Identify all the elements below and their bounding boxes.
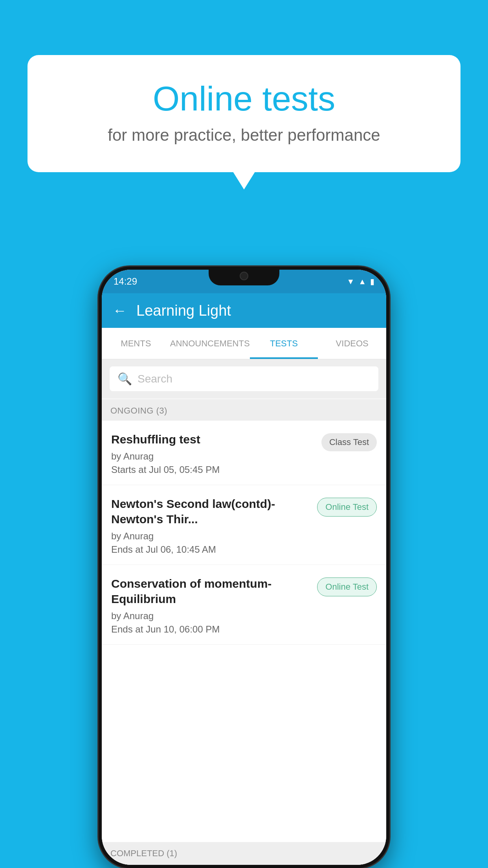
ongoing-label: ONGOING (3)	[110, 406, 167, 416]
completed-label: COMPLETED (1)	[110, 848, 177, 858]
speech-bubble-container: Online tests for more practice, better p…	[28, 55, 460, 172]
test-name-2: Newton's Second law(contd)-Newton's Thir…	[111, 496, 311, 527]
test-by-1: by Anurag	[111, 451, 315, 462]
test-item-reshuffling[interactable]: Reshuffling test by Anurag Starts at Jul…	[102, 421, 386, 485]
search-icon: 🔍	[117, 372, 132, 386]
bubble-title: Online tests	[59, 79, 429, 119]
phone-mockup: 14:29 ← Learning Light MENTS	[99, 267, 389, 868]
test-name-3: Conservation of momentum-Equilibrium	[111, 576, 311, 607]
test-badge-2: Online Test	[317, 498, 377, 517]
app-title: Learning Light	[136, 302, 231, 319]
phone-outer: 14:29 ← Learning Light MENTS	[99, 267, 389, 868]
search-container: 🔍 Search	[102, 359, 386, 398]
phone-screen: 14:29 ← Learning Light MENTS	[102, 270, 386, 865]
back-button[interactable]: ←	[113, 302, 127, 319]
test-date-1: Starts at Jul 05, 05:45 PM	[111, 464, 315, 475]
ongoing-section-header: ONGOING (3)	[102, 399, 386, 422]
tab-videos[interactable]: VIDEOS	[318, 328, 386, 359]
tab-announcements[interactable]: ANNOUNCEMENTS	[170, 328, 250, 359]
status-icons	[347, 276, 374, 287]
bubble-subtitle: for more practice, better performance	[59, 126, 429, 145]
tab-bar: MENTS ANNOUNCEMENTS TESTS VIDEOS	[102, 328, 386, 359]
test-item-content-2: Newton's Second law(contd)-Newton's Thir…	[111, 496, 311, 555]
test-date-2: Ends at Jul 06, 10:45 AM	[111, 544, 311, 555]
signal-icon	[358, 276, 366, 287]
test-by-3: by Anurag	[111, 611, 311, 622]
test-item-conservation[interactable]: Conservation of momentum-Equilibrium by …	[102, 565, 386, 645]
speech-bubble: Online tests for more practice, better p…	[28, 55, 460, 172]
tab-ments[interactable]: MENTS	[102, 328, 170, 359]
test-name-1: Reshuffling test	[111, 432, 315, 447]
phone-notch	[209, 267, 279, 285]
test-item-content-1: Reshuffling test by Anurag Starts at Jul…	[111, 432, 315, 475]
search-placeholder: Search	[138, 373, 172, 385]
app-background: Online tests for more practice, better p…	[0, 0, 488, 868]
test-badge-3: Online Test	[317, 577, 377, 596]
test-date-3: Ends at Jun 10, 06:00 PM	[111, 624, 311, 635]
app-header: ← Learning Light	[102, 293, 386, 328]
test-item-content-3: Conservation of momentum-Equilibrium by …	[111, 576, 311, 635]
test-by-2: by Anurag	[111, 531, 311, 542]
tab-tests[interactable]: TESTS	[250, 328, 318, 359]
test-item-newton[interactable]: Newton's Second law(contd)-Newton's Thir…	[102, 485, 386, 565]
status-time: 14:29	[114, 276, 137, 287]
wifi-icon	[347, 276, 354, 287]
test-list: Reshuffling test by Anurag Starts at Jul…	[102, 421, 386, 865]
completed-section: COMPLETED (1)	[102, 842, 386, 865]
search-input-wrap[interactable]: 🔍 Search	[110, 366, 378, 391]
battery-icon	[370, 276, 374, 287]
camera-icon	[240, 272, 248, 280]
test-badge-1: Class Test	[321, 433, 377, 451]
